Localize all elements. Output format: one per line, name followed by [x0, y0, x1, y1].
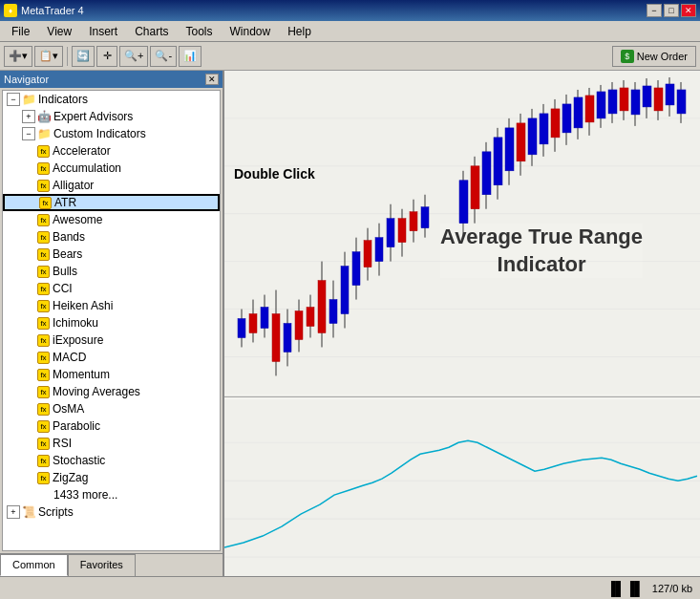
toolbar-btn-new[interactable]: ➕▾	[4, 46, 32, 67]
svg-rect-41	[410, 212, 417, 231]
macd-label: MACD	[53, 351, 86, 364]
zigzag-icon: fx	[37, 472, 50, 484]
atr-indicator-label: Average True Range Indicator	[440, 224, 643, 278]
tree-item-alligator[interactable]: fx Alligator	[3, 177, 220, 194]
tree-item-ichimoku[interactable]: fx Ichimoku	[3, 314, 220, 332]
menu-charts[interactable]: Charts	[127, 23, 176, 40]
menu-view[interactable]: View	[39, 23, 79, 40]
menu-window[interactable]: Window	[223, 23, 279, 40]
alligator-icon: fx	[37, 180, 50, 192]
alligator-label: Alligator	[53, 179, 94, 192]
bulls-label: Bulls	[53, 265, 77, 278]
app-icon: ♦	[4, 4, 17, 17]
toolbar-btn-chart[interactable]: 📊	[179, 46, 202, 67]
status-bar: ▐▌▐▌ 127/0 kb	[0, 576, 700, 599]
svg-rect-31	[352, 252, 360, 286]
tree-expert-advisors[interactable]: + 🤖 Expert Advisors	[3, 108, 220, 125]
atr-icon: fx	[39, 197, 52, 209]
rsi-icon: fx	[37, 438, 50, 450]
toolbar-btn-open[interactable]: 📋▾	[34, 46, 63, 67]
new-order-label: New Order	[637, 51, 688, 62]
tree-item-parabolic[interactable]: fx Parabolic	[3, 417, 220, 435]
maximize-button[interactable]: □	[664, 4, 679, 17]
close-button[interactable]: ✕	[681, 4, 696, 17]
tree-item-more[interactable]: 1433 more...	[3, 486, 220, 503]
chart-area[interactable]: Double Click Average True Range Indicato…	[224, 71, 700, 576]
heiken-ashi-icon: fx	[37, 300, 50, 312]
expand-indicators[interactable]: −	[7, 93, 20, 106]
tree-item-zigzag[interactable]: fx ZigZag	[3, 469, 220, 486]
expand-experts[interactable]: +	[22, 110, 35, 123]
scripts-label: Scripts	[38, 505, 74, 519]
menu-help[interactable]: Help	[280, 23, 319, 40]
svg-rect-37	[387, 219, 394, 247]
tree-item-macd[interactable]: fx MACD	[3, 349, 220, 366]
expand-custom[interactable]: −	[22, 127, 35, 140]
svg-rect-25	[318, 281, 326, 333]
tree-indicators[interactable]: − 📁 Indicators	[3, 91, 220, 108]
tree-custom-indicators[interactable]: − 📁 Custom Indicators	[3, 125, 220, 142]
tree-item-rsi[interactable]: fx RSI	[3, 435, 220, 452]
navigator-header: Navigator ✕	[0, 71, 223, 88]
status-right: ▐▌▐▌ 127/0 kb	[606, 581, 692, 596]
svg-rect-35	[375, 238, 383, 262]
parabolic-label: Parabolic	[53, 419, 100, 433]
navigator-panel: Navigator ✕ − 📁 Indicators + 🤖 Expert Ad…	[0, 71, 224, 576]
tree-item-bears[interactable]: fx Bears	[3, 246, 220, 263]
tree-item-accelerator[interactable]: fx Accelerator	[3, 142, 220, 160]
atr-label: ATR	[54, 196, 76, 209]
tree-scroll[interactable]: − 📁 Indicators + 🤖 Expert Advisors − 📁 C…	[3, 91, 220, 550]
tree-item-cci[interactable]: fx CCI	[3, 280, 220, 297]
atr-label-line2: Indicator	[440, 251, 643, 279]
toolbar-btn-zoom-in[interactable]: 🔍+	[119, 46, 148, 67]
tree-item-moving-averages[interactable]: fx Moving Averages	[3, 383, 220, 400]
tree-item-iexposure[interactable]: fx iExposure	[3, 332, 220, 349]
toolbar-btn-crosshair[interactable]: ✛	[96, 46, 117, 67]
osma-label: OsMA	[53, 402, 84, 416]
tree-item-atr[interactable]: fx ATR	[3, 194, 220, 211]
svg-rect-81	[666, 84, 674, 105]
new-order-button[interactable]: $ New Order	[612, 46, 696, 67]
svg-rect-83	[677, 90, 686, 114]
awesome-label: Awesome	[53, 213, 102, 226]
minimize-button[interactable]: −	[647, 4, 662, 17]
chart-svg	[224, 71, 700, 576]
ichimoku-label: Ichimoku	[53, 316, 98, 330]
tab-common[interactable]: Common	[0, 554, 68, 576]
accumulation-icon: fx	[37, 162, 50, 175]
svg-rect-45	[459, 181, 468, 224]
status-bars-icon: ▐▌▐▌	[606, 581, 645, 596]
tree-item-heiken-ashi[interactable]: fx Heiken Ashi	[3, 297, 220, 314]
tree-item-momentum[interactable]: fx Momentum	[3, 366, 220, 383]
tree-item-stochastic[interactable]: fx Stochastic	[3, 452, 220, 469]
menu-file[interactable]: File	[4, 23, 37, 40]
momentum-icon: fx	[37, 369, 50, 381]
svg-rect-71	[608, 90, 617, 114]
tree-item-bands[interactable]: fx Bands	[3, 228, 220, 246]
svg-rect-61	[551, 109, 560, 138]
bears-label: Bears	[53, 247, 82, 261]
tree-item-accumulation[interactable]: fx Accumulation	[3, 160, 220, 177]
title-bar: ♦ MetaTrader 4 − □ ✕	[0, 0, 700, 21]
navigator-title: Navigator	[4, 74, 49, 85]
more-icon	[37, 488, 51, 502]
svg-rect-2	[224, 399, 700, 576]
indicators-icon: 📁	[22, 93, 35, 106]
accumulation-label: Accumulation	[53, 161, 121, 175]
tree-item-awesome[interactable]: fx Awesome	[3, 211, 220, 228]
momentum-label: Momentum	[53, 368, 110, 381]
status-memory: 127/0 kb	[652, 583, 692, 594]
expand-scripts[interactable]: +	[7, 505, 20, 519]
tab-favorites[interactable]: Favorites	[68, 554, 136, 576]
tree-item-osma[interactable]: fx OsMA	[3, 400, 220, 417]
svg-rect-79	[654, 88, 663, 111]
toolbar-btn-zoom-out[interactable]: 🔍-	[150, 46, 177, 67]
menu-insert[interactable]: Insert	[81, 23, 125, 40]
moving-averages-label: Moving Averages	[53, 385, 140, 398]
rsi-label: RSI	[53, 437, 72, 450]
tree-item-bulls[interactable]: fx Bulls	[3, 263, 220, 280]
toolbar-btn-refresh[interactable]: 🔄	[72, 46, 95, 67]
menu-tools[interactable]: Tools	[179, 23, 221, 40]
tree-scripts[interactable]: + 📜 Scripts	[3, 503, 220, 521]
navigator-close-button[interactable]: ✕	[205, 74, 219, 85]
